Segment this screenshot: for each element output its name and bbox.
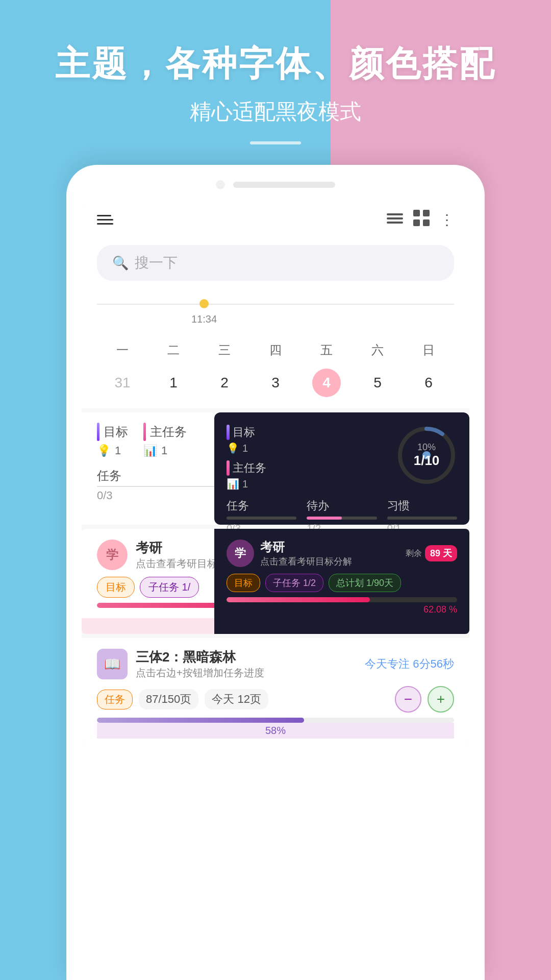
dark-goal-remaining: 剩余 89 天 xyxy=(406,545,457,561)
dark-goal-overlay: 学 考研 点击查看考研目标分解 剩余 89 天 目标 子任务 1/2 xyxy=(214,529,469,634)
goal-bar-indicator xyxy=(97,423,99,441)
dark-main-task-icon: 📊 xyxy=(227,478,239,490)
search-bar-container: 🔍 搜一下 xyxy=(82,240,469,291)
book-stat-2: 今天 12页 xyxy=(205,689,268,709)
menu-icon[interactable] xyxy=(97,215,113,225)
search-icon: 🔍 xyxy=(112,255,129,271)
time-label: 11:34 xyxy=(191,313,217,325)
task-label: 任务 xyxy=(97,469,121,482)
cal-date-5[interactable]: 5 xyxy=(352,368,403,398)
goal-tag-1: 目标 xyxy=(97,577,135,598)
menu-line-1 xyxy=(97,215,111,216)
phone-dot xyxy=(216,180,225,189)
dark-goal-desc: 点击查看考研目标分解 xyxy=(260,555,399,568)
dark-task-bar-bg-2 xyxy=(307,517,377,520)
svg-rect-6 xyxy=(423,219,430,226)
remaining-label: 剩余 xyxy=(406,548,422,559)
book-tags-row: 任务 87/150页 今天 12页 − + xyxy=(97,686,454,713)
cal-date-3[interactable]: 3 xyxy=(250,368,301,398)
week-day-2: 二 xyxy=(148,338,199,362)
svg-rect-2 xyxy=(387,222,403,224)
dark-goal-stat: 目标 💡 1 xyxy=(227,425,266,454)
goal-card[interactable]: 学 考研 点击查看考研目标分解 目标 子任务 1/ 62.08% xyxy=(82,529,469,634)
week-day-5: 五 xyxy=(301,338,352,362)
dark-goal-avatar: 学 xyxy=(227,540,254,567)
week-day-6: 六 xyxy=(352,338,403,362)
cal-date-31[interactable]: 31 xyxy=(97,368,148,398)
main-task-stat: 主任务 📊 1 xyxy=(143,423,187,457)
book-progress-bar-bg xyxy=(97,718,454,723)
cal-date-1[interactable]: 1 xyxy=(148,368,199,398)
timeline-section: 11:34 xyxy=(82,291,469,333)
week-day-1: 一 xyxy=(97,338,148,362)
svg-rect-1 xyxy=(387,217,403,219)
dark-task-bar-bg-3 xyxy=(387,517,457,520)
goal-count: 1 xyxy=(115,444,121,457)
main-task-label: 主任务 xyxy=(150,424,187,440)
dark-stat-left: 目标 💡 1 主任务 xyxy=(227,425,266,490)
view-grid-icon[interactable] xyxy=(413,210,430,230)
main-task-bar-indicator xyxy=(143,423,146,441)
dark-goal-pct: 62.08 % xyxy=(227,604,457,615)
search-placeholder-text: 搜一下 xyxy=(135,253,178,273)
calendar-section: 一 二 三 四 五 六 日 31 1 2 3 4 5 6 xyxy=(82,333,469,408)
dark-main-task-label: 主任务 xyxy=(227,460,266,476)
view-list-icon[interactable] xyxy=(387,212,403,228)
dark-goal-label: 目标 xyxy=(227,425,266,440)
circle-text: 10% 1/10 xyxy=(414,442,440,469)
cal-date-4[interactable]: 4 xyxy=(312,369,341,397)
svg-rect-0 xyxy=(387,213,403,215)
book-card[interactable]: 📖 三体2：黑暗森林 点击右边+按钮增加任务进度 今天专注 6分56秒 任务 8… xyxy=(82,638,469,749)
book-avatar: 📖 xyxy=(97,649,128,679)
dark-main-task-stat: 主任务 📊 1 xyxy=(227,460,266,490)
book-tag-task: 任务 xyxy=(97,690,133,709)
timeline-track[interactable]: 11:34 xyxy=(97,296,454,311)
dark-goal-icon: 💡 xyxy=(227,442,239,454)
dark-goal-tag-3: 总计划 1/90天 xyxy=(329,574,401,592)
circle-pct: 10% xyxy=(414,442,440,453)
cal-date-4-wrapper[interactable]: 4 xyxy=(301,368,352,398)
dark-main-task-count: 📊 1 xyxy=(227,478,266,490)
cal-date-6[interactable]: 6 xyxy=(403,368,454,398)
plus-button[interactable]: + xyxy=(428,686,454,713)
goal-tag-2: 子任务 1/ xyxy=(140,577,199,598)
circle-progress: 10% 1/10 xyxy=(396,425,457,486)
dark-stat-row: 目标 💡 1 主任务 xyxy=(227,425,457,490)
main-title: 主题，各种字体、颜色搭配 xyxy=(0,41,551,87)
cal-date-2[interactable]: 2 xyxy=(199,368,250,398)
more-options-icon[interactable]: ⋮ xyxy=(440,211,454,228)
phone-mockup: ⋮ 🔍 搜一下 11:34 xyxy=(66,165,485,980)
app-content: ⋮ 🔍 搜一下 11:34 xyxy=(82,200,469,749)
dark-task-name-2: 待办 xyxy=(307,498,377,513)
minus-button[interactable]: − xyxy=(395,686,421,713)
search-input[interactable]: 🔍 搜一下 xyxy=(97,245,454,281)
timeline-line xyxy=(97,304,454,305)
dark-task-bar-fill-2 xyxy=(307,517,342,520)
dark-goal-tag-1: 目标 xyxy=(227,574,260,592)
dark-goal-count: 💡 1 xyxy=(227,442,266,454)
main-content: 主题，各种字体、颜色搭配 精心适配黑夜模式 xyxy=(0,0,551,980)
book-actions: − + xyxy=(395,686,454,713)
main-task-count: 1 xyxy=(161,444,167,457)
dark-task-name-1: 任务 xyxy=(227,498,296,513)
dark-main-task-dot xyxy=(227,460,230,476)
dark-task-name-3: 习惯 xyxy=(387,498,457,513)
divider-line xyxy=(250,141,301,144)
svg-rect-4 xyxy=(423,210,430,216)
svg-rect-5 xyxy=(413,219,420,226)
dark-goal-title: 考研 xyxy=(260,539,399,555)
book-title: 三体2：黑暗森林 xyxy=(136,648,357,666)
toolbar-left[interactable] xyxy=(97,215,113,225)
week-day-7: 日 xyxy=(403,338,454,362)
dark-goal-info: 考研 点击查看考研目标分解 xyxy=(260,539,399,568)
menu-line-2 xyxy=(97,219,113,220)
dark-overlay: 目标 💡 1 主任务 xyxy=(214,412,469,525)
book-stat-1: 87/150页 xyxy=(139,689,198,709)
book-progress-label: 58% xyxy=(97,723,454,739)
goal-label: 目标 xyxy=(104,424,128,440)
sub-title: 精心适配黑夜模式 xyxy=(0,97,551,126)
book-header: 📖 三体2：黑暗森林 点击右边+按钮增加任务进度 今天专注 6分56秒 xyxy=(97,648,454,680)
timeline-dot xyxy=(199,299,209,308)
svg-rect-3 xyxy=(413,210,420,216)
dark-goal-tag-2: 子任务 1/2 xyxy=(265,574,323,592)
